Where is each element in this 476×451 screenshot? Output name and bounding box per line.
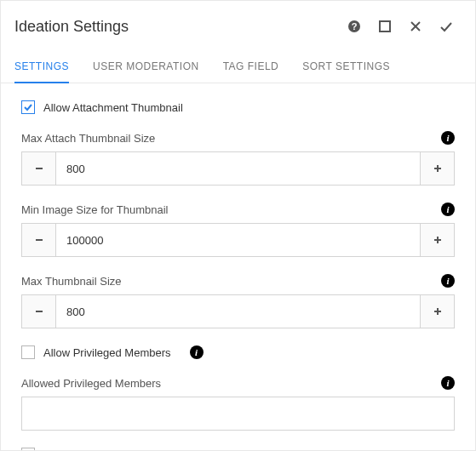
increment-button[interactable] bbox=[420, 295, 454, 328]
decrement-button[interactable] bbox=[22, 295, 56, 328]
stepper-max-thumb-size bbox=[21, 294, 455, 328]
checkbox-allow-attachment-thumbnail[interactable] bbox=[21, 100, 35, 114]
stepper-max-attach-thumb-size bbox=[21, 151, 455, 186]
stepper-min-image-size-thumb bbox=[21, 223, 455, 257]
help-icon[interactable]: ? bbox=[339, 11, 370, 42]
increment-button[interactable] bbox=[420, 224, 454, 256]
label-max-attach-thumb-size: Max Attach Thumbnail Size bbox=[21, 132, 441, 145]
info-icon[interactable]: i bbox=[190, 345, 204, 359]
label-block-ugc-author-edit: Block User Generated Content in Author E… bbox=[43, 448, 294, 451]
row-max-attach-thumb-size: Max Attach Thumbnail Size i bbox=[21, 131, 455, 186]
label-max-thumb-size: Max Thumbnail Size bbox=[21, 275, 441, 288]
info-icon[interactable]: i bbox=[441, 376, 455, 390]
svg-text:?: ? bbox=[352, 21, 358, 31]
row-min-image-size-thumb: Min Image Size for Thumbnail i bbox=[21, 203, 455, 257]
increment-button[interactable] bbox=[420, 152, 454, 185]
decrement-button[interactable] bbox=[22, 224, 56, 256]
label-min-image-size-thumb: Min Image Size for Thumbnail bbox=[21, 203, 441, 216]
dialog-ideation-settings: Ideation Settings ? SETTINGS USER MODERA… bbox=[0, 0, 476, 451]
titlebar: Ideation Settings ? bbox=[1, 1, 475, 52]
fullscreen-icon[interactable] bbox=[370, 11, 400, 42]
tabs: SETTINGS USER MODERATION TAG FIELD SORT … bbox=[1, 52, 475, 83]
input-max-attach-thumb-size[interactable] bbox=[56, 152, 420, 185]
info-icon[interactable]: i bbox=[441, 203, 455, 216]
row-max-thumb-size: Max Thumbnail Size i bbox=[21, 274, 455, 328]
confirm-icon[interactable] bbox=[431, 11, 462, 42]
row-allow-attachment-thumbnail: Allow Attachment Thumbnail bbox=[21, 100, 455, 114]
decrement-button[interactable] bbox=[22, 152, 56, 185]
dialog-title: Ideation Settings bbox=[14, 18, 339, 36]
tab-tag-field[interactable]: TAG FIELD bbox=[223, 52, 279, 83]
input-min-image-size-thumb[interactable] bbox=[56, 224, 420, 256]
label-allowed-privileged-members: Allowed Privileged Members bbox=[21, 377, 441, 390]
close-icon[interactable] bbox=[400, 11, 431, 42]
checkbox-block-ugc-author-edit[interactable] bbox=[21, 448, 35, 450]
input-allowed-privileged-members[interactable] bbox=[21, 397, 455, 431]
tab-settings[interactable]: SETTINGS bbox=[14, 52, 69, 83]
tab-sort-settings[interactable]: SORT SETTINGS bbox=[302, 52, 390, 83]
info-icon[interactable]: i bbox=[441, 131, 455, 145]
label-allow-privileged-members: Allow Privileged Members bbox=[43, 346, 171, 359]
tab-user-moderation[interactable]: USER MODERATION bbox=[93, 52, 199, 83]
form-scroll-area[interactable]: Allow Attachment Thumbnail Max Attach Th… bbox=[1, 83, 475, 450]
checkbox-allow-privileged-members[interactable] bbox=[21, 345, 35, 359]
info-icon[interactable]: i bbox=[441, 274, 455, 288]
input-max-thumb-size[interactable] bbox=[56, 295, 420, 328]
row-allowed-privileged-members: Allowed Privileged Members i bbox=[21, 376, 455, 431]
row-allow-privileged-members: Allow Privileged Members i bbox=[21, 345, 455, 359]
label-allow-attachment-thumbnail: Allow Attachment Thumbnail bbox=[43, 101, 183, 114]
row-block-ugc-author-edit: Block User Generated Content in Author E… bbox=[21, 448, 455, 450]
svg-rect-2 bbox=[380, 21, 390, 31]
